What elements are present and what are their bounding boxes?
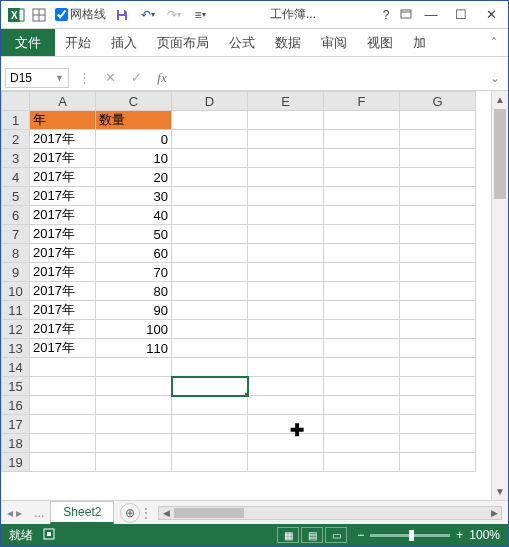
tab-insert[interactable]: 插入 xyxy=(101,29,147,56)
cell-A1[interactable]: 年 xyxy=(30,111,96,130)
col-header-G[interactable]: G xyxy=(400,92,476,111)
undo-icon[interactable]: ↶▾ xyxy=(138,5,158,25)
cell-F13[interactable] xyxy=(324,339,400,358)
cell-A12[interactable]: 2017年 xyxy=(30,320,96,339)
gridlines-checkbox[interactable] xyxy=(55,8,68,21)
cell-F17[interactable] xyxy=(324,415,400,434)
row-header-14[interactable]: 14 xyxy=(2,358,30,377)
cell-C17[interactable] xyxy=(96,415,172,434)
cell-D5[interactable] xyxy=(172,187,248,206)
row-header-2[interactable]: 2 xyxy=(2,130,30,149)
sheet-splitter[interactable]: ⋮ xyxy=(140,506,152,520)
cell-A11[interactable]: 2017年 xyxy=(30,301,96,320)
cell-F7[interactable] xyxy=(324,225,400,244)
cell-F1[interactable] xyxy=(324,111,400,130)
cell-C15[interactable] xyxy=(96,377,172,396)
cell-A13[interactable]: 2017年 xyxy=(30,339,96,358)
cell-E8[interactable] xyxy=(248,244,324,263)
cell-E12[interactable] xyxy=(248,320,324,339)
row-header-10[interactable]: 10 xyxy=(2,282,30,301)
tab-data[interactable]: 数据 xyxy=(265,29,311,56)
cell-C7[interactable]: 50 xyxy=(96,225,172,244)
cell-E1[interactable] xyxy=(248,111,324,130)
cell-G12[interactable] xyxy=(400,320,476,339)
cell-G3[interactable] xyxy=(400,149,476,168)
cell-F16[interactable] xyxy=(324,396,400,415)
col-header-D[interactable]: D xyxy=(172,92,248,111)
cell-A9[interactable]: 2017年 xyxy=(30,263,96,282)
row-header-11[interactable]: 11 xyxy=(2,301,30,320)
cell-C11[interactable]: 90 xyxy=(96,301,172,320)
row-header-7[interactable]: 7 xyxy=(2,225,30,244)
cell-A18[interactable] xyxy=(30,434,96,453)
vertical-scrollbar[interactable]: ▲ ▼ xyxy=(491,91,508,500)
scroll-up-icon[interactable]: ▲ xyxy=(492,91,508,108)
cell-D16[interactable] xyxy=(172,396,248,415)
add-sheet-button[interactable]: ⊕ xyxy=(120,503,140,523)
scroll-left-icon[interactable]: ◀ xyxy=(159,507,173,519)
cell-G1[interactable] xyxy=(400,111,476,130)
cell-G13[interactable] xyxy=(400,339,476,358)
ribbon-collapse-icon[interactable]: ˄ xyxy=(480,29,508,56)
cell-E17[interactable] xyxy=(248,415,324,434)
cell-G18[interactable] xyxy=(400,434,476,453)
cell-F8[interactable] xyxy=(324,244,400,263)
cell-E3[interactable] xyxy=(248,149,324,168)
cell-E13[interactable] xyxy=(248,339,324,358)
cell-F2[interactable] xyxy=(324,130,400,149)
row-header-12[interactable]: 12 xyxy=(2,320,30,339)
cell-E10[interactable] xyxy=(248,282,324,301)
scroll-right-icon[interactable]: ▶ xyxy=(487,507,501,519)
row-header-19[interactable]: 19 xyxy=(2,453,30,472)
name-box-dropdown-icon[interactable]: ▼ xyxy=(55,73,64,83)
cell-A17[interactable] xyxy=(30,415,96,434)
cell-G8[interactable] xyxy=(400,244,476,263)
cell-C14[interactable] xyxy=(96,358,172,377)
row-header-6[interactable]: 6 xyxy=(2,206,30,225)
tab-view[interactable]: 视图 xyxy=(357,29,403,56)
formula-more-icon[interactable]: ⋮ xyxy=(73,68,95,88)
formula-expand-icon[interactable]: ⌄ xyxy=(486,71,504,85)
col-header-F[interactable]: F xyxy=(324,92,400,111)
cell-C19[interactable] xyxy=(96,453,172,472)
row-header-9[interactable]: 9 xyxy=(2,263,30,282)
cell-D9[interactable] xyxy=(172,263,248,282)
cell-E11[interactable] xyxy=(248,301,324,320)
cell-C9[interactable]: 70 xyxy=(96,263,172,282)
row-header-3[interactable]: 3 xyxy=(2,149,30,168)
cell-D19[interactable] xyxy=(172,453,248,472)
cell-D8[interactable] xyxy=(172,244,248,263)
tab-formulas[interactable]: 公式 xyxy=(219,29,265,56)
view-page-break-button[interactable]: ▭ xyxy=(325,527,347,543)
cell-C2[interactable]: 0 xyxy=(96,130,172,149)
cell-C18[interactable] xyxy=(96,434,172,453)
cell-G9[interactable] xyxy=(400,263,476,282)
maximize-button[interactable]: ☐ xyxy=(446,4,476,26)
cell-D3[interactable] xyxy=(172,149,248,168)
cell-E18[interactable] xyxy=(248,434,324,453)
close-button[interactable]: ✕ xyxy=(476,4,506,26)
cell-D12[interactable] xyxy=(172,320,248,339)
cell-F11[interactable] xyxy=(324,301,400,320)
cell-A3[interactable]: 2017年 xyxy=(30,149,96,168)
tab-page-layout[interactable]: 页面布局 xyxy=(147,29,219,56)
cell-F18[interactable] xyxy=(324,434,400,453)
cell-G17[interactable] xyxy=(400,415,476,434)
cell-A8[interactable]: 2017年 xyxy=(30,244,96,263)
cell-C8[interactable]: 60 xyxy=(96,244,172,263)
row-header-18[interactable]: 18 xyxy=(2,434,30,453)
cell-D4[interactable] xyxy=(172,168,248,187)
cell-E7[interactable] xyxy=(248,225,324,244)
horizontal-scrollbar[interactable]: ◀ ▶ xyxy=(158,506,502,520)
cell-F6[interactable] xyxy=(324,206,400,225)
view-page-layout-button[interactable]: ▤ xyxy=(301,527,323,543)
zoom-slider[interactable] xyxy=(370,534,450,537)
cell-F19[interactable] xyxy=(324,453,400,472)
cell-D14[interactable] xyxy=(172,358,248,377)
row-header-4[interactable]: 4 xyxy=(2,168,30,187)
cell-G7[interactable] xyxy=(400,225,476,244)
cell-F5[interactable] xyxy=(324,187,400,206)
cell-E2[interactable] xyxy=(248,130,324,149)
cell-D1[interactable] xyxy=(172,111,248,130)
gridlines-toggle[interactable]: 网格线 xyxy=(55,6,106,23)
